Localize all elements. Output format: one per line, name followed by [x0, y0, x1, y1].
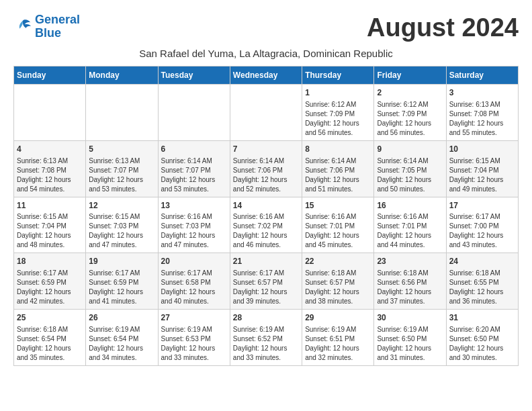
day-info: Sunrise: 6:17 AM Sunset: 6:59 PM Dayligh…	[17, 269, 83, 306]
calendar-cell: 30Sunrise: 6:19 AM Sunset: 6:50 PM Dayli…	[374, 310, 446, 366]
day-info: Sunrise: 6:15 AM Sunset: 7:04 PM Dayligh…	[449, 156, 515, 194]
day-number: 19	[89, 256, 154, 267]
day-number: 24	[449, 256, 515, 267]
day-number: 31	[449, 312, 515, 324]
calendar-cell: 27Sunrise: 6:19 AM Sunset: 6:53 PM Dayli…	[158, 310, 230, 366]
calendar-cell: 22Sunrise: 6:18 AM Sunset: 6:57 PM Dayli…	[302, 253, 374, 310]
day-info: Sunrise: 6:12 AM Sunset: 7:09 PM Dayligh…	[305, 100, 371, 138]
week-row-3: 11Sunrise: 6:15 AM Sunset: 7:04 PM Dayli…	[14, 197, 519, 253]
day-info: Sunrise: 6:14 AM Sunset: 7:07 PM Dayligh…	[161, 156, 227, 194]
calendar-cell: 5Sunrise: 6:13 AM Sunset: 7:07 PM Daylig…	[86, 140, 158, 197]
day-number: 28	[233, 312, 299, 324]
calendar-cell: 25Sunrise: 6:18 AM Sunset: 6:54 PM Dayli…	[14, 310, 86, 366]
day-info: Sunrise: 6:18 AM Sunset: 6:57 PM Dayligh…	[305, 269, 371, 306]
calendar-cell: 31Sunrise: 6:20 AM Sunset: 6:50 PM Dayli…	[446, 310, 518, 366]
day-info: Sunrise: 6:15 AM Sunset: 7:04 PM Dayligh…	[17, 212, 83, 250]
day-number: 11	[17, 200, 83, 212]
day-info: Sunrise: 6:18 AM Sunset: 6:54 PM Dayligh…	[17, 325, 83, 363]
calendar-cell: 7Sunrise: 6:14 AM Sunset: 7:06 PM Daylig…	[230, 140, 302, 197]
calendar-cell: 3Sunrise: 6:13 AM Sunset: 7:08 PM Daylig…	[446, 85, 518, 141]
calendar-cell: 20Sunrise: 6:17 AM Sunset: 6:58 PM Dayli…	[158, 253, 230, 310]
calendar-cell: 24Sunrise: 6:18 AM Sunset: 6:55 PM Dayli…	[446, 253, 518, 310]
day-number: 26	[89, 312, 154, 324]
calendar-cell: 14Sunrise: 6:16 AM Sunset: 7:02 PM Dayli…	[230, 197, 302, 253]
day-number: 21	[233, 256, 299, 267]
day-number: 8	[305, 144, 371, 155]
calendar-cell: 1Sunrise: 6:12 AM Sunset: 7:09 PM Daylig…	[302, 85, 374, 141]
header-row: SundayMondayTuesdayWednesdayThursdayFrid…	[14, 66, 519, 85]
day-number: 25	[17, 312, 83, 324]
calendar-cell: 13Sunrise: 6:16 AM Sunset: 7:03 PM Dayli…	[158, 197, 230, 253]
calendar-cell: 4Sunrise: 6:13 AM Sunset: 7:08 PM Daylig…	[14, 140, 86, 197]
calendar-cell: 8Sunrise: 6:14 AM Sunset: 7:06 PM Daylig…	[302, 140, 374, 197]
day-info: Sunrise: 6:18 AM Sunset: 6:55 PM Dayligh…	[449, 269, 515, 306]
calendar-cell: 28Sunrise: 6:19 AM Sunset: 6:52 PM Dayli…	[230, 310, 302, 366]
calendar-cell: 12Sunrise: 6:15 AM Sunset: 7:03 PM Dayli…	[86, 197, 158, 253]
day-number: 22	[305, 256, 371, 267]
day-number: 18	[17, 256, 83, 267]
day-info: Sunrise: 6:17 AM Sunset: 6:57 PM Dayligh…	[233, 269, 299, 306]
week-row-4: 18Sunrise: 6:17 AM Sunset: 6:59 PM Dayli…	[14, 253, 519, 310]
calendar-cell: 21Sunrise: 6:17 AM Sunset: 6:57 PM Dayli…	[230, 253, 302, 310]
calendar-cell	[14, 85, 86, 141]
header-day-thursday: Thursday	[302, 66, 374, 85]
day-info: Sunrise: 6:17 AM Sunset: 7:00 PM Dayligh…	[449, 212, 515, 250]
day-number: 12	[89, 200, 154, 212]
week-row-1: 1Sunrise: 6:12 AM Sunset: 7:09 PM Daylig…	[14, 85, 519, 141]
day-number: 4	[17, 144, 83, 155]
day-info: Sunrise: 6:13 AM Sunset: 7:08 PM Dayligh…	[449, 100, 515, 138]
week-row-2: 4Sunrise: 6:13 AM Sunset: 7:08 PM Daylig…	[14, 140, 519, 197]
day-number: 1	[305, 87, 371, 99]
day-info: Sunrise: 6:19 AM Sunset: 6:52 PM Dayligh…	[233, 325, 299, 363]
day-info: Sunrise: 6:19 AM Sunset: 6:54 PM Dayligh…	[89, 325, 154, 363]
day-info: Sunrise: 6:16 AM Sunset: 7:01 PM Dayligh…	[305, 212, 371, 250]
day-info: Sunrise: 6:14 AM Sunset: 7:05 PM Dayligh…	[377, 156, 443, 194]
calendar-cell	[86, 85, 158, 141]
calendar-cell: 17Sunrise: 6:17 AM Sunset: 7:00 PM Dayli…	[446, 197, 518, 253]
logo-bird-icon	[13, 17, 32, 36]
day-number: 10	[449, 144, 515, 155]
month-title: August 2024	[367, 13, 519, 42]
day-info: Sunrise: 6:15 AM Sunset: 7:03 PM Dayligh…	[89, 212, 154, 250]
day-number: 17	[449, 200, 515, 212]
day-info: Sunrise: 6:19 AM Sunset: 6:50 PM Dayligh…	[377, 325, 443, 363]
day-number: 16	[377, 200, 443, 212]
day-info: Sunrise: 6:12 AM Sunset: 7:09 PM Dayligh…	[377, 100, 443, 138]
logo: General Blue	[13, 13, 80, 40]
day-info: Sunrise: 6:18 AM Sunset: 6:56 PM Dayligh…	[377, 269, 443, 306]
week-row-5: 25Sunrise: 6:18 AM Sunset: 6:54 PM Dayli…	[14, 310, 519, 366]
calendar-cell: 19Sunrise: 6:17 AM Sunset: 6:59 PM Dayli…	[86, 253, 158, 310]
day-info: Sunrise: 6:19 AM Sunset: 6:53 PM Dayligh…	[161, 325, 227, 363]
day-info: Sunrise: 6:16 AM Sunset: 7:03 PM Dayligh…	[161, 212, 227, 250]
day-number: 15	[305, 200, 371, 212]
header-day-sunday: Sunday	[14, 66, 86, 85]
day-info: Sunrise: 6:19 AM Sunset: 6:51 PM Dayligh…	[305, 325, 371, 363]
day-number: 14	[233, 200, 299, 212]
header-day-friday: Friday	[374, 66, 446, 85]
calendar-cell: 26Sunrise: 6:19 AM Sunset: 6:54 PM Dayli…	[86, 310, 158, 366]
day-number: 29	[305, 312, 371, 324]
calendar-table: SundayMondayTuesdayWednesdayThursdayFrid…	[13, 66, 519, 366]
calendar-cell: 9Sunrise: 6:14 AM Sunset: 7:05 PM Daylig…	[374, 140, 446, 197]
day-number: 2	[377, 87, 443, 99]
calendar-cell: 23Sunrise: 6:18 AM Sunset: 6:56 PM Dayli…	[374, 253, 446, 310]
calendar-cell: 16Sunrise: 6:16 AM Sunset: 7:01 PM Dayli…	[374, 197, 446, 253]
subtitle: San Rafael del Yuma, La Altagracia, Domi…	[13, 48, 519, 59]
day-info: Sunrise: 6:13 AM Sunset: 7:08 PM Dayligh…	[17, 156, 83, 194]
calendar-cell: 10Sunrise: 6:15 AM Sunset: 7:04 PM Dayli…	[446, 140, 518, 197]
calendar-cell: 2Sunrise: 6:12 AM Sunset: 7:09 PM Daylig…	[374, 85, 446, 141]
calendar-cell: 11Sunrise: 6:15 AM Sunset: 7:04 PM Dayli…	[14, 197, 86, 253]
header-day-saturday: Saturday	[446, 66, 518, 85]
calendar-cell: 15Sunrise: 6:16 AM Sunset: 7:01 PM Dayli…	[302, 197, 374, 253]
calendar-cell	[158, 85, 230, 141]
header-day-monday: Monday	[86, 66, 158, 85]
day-info: Sunrise: 6:16 AM Sunset: 7:02 PM Dayligh…	[233, 212, 299, 250]
day-number: 3	[449, 87, 515, 99]
day-number: 5	[89, 144, 154, 155]
day-number: 30	[377, 312, 443, 324]
page-header: General Blue August 2024	[13, 13, 519, 42]
header-day-tuesday: Tuesday	[158, 66, 230, 85]
day-info: Sunrise: 6:14 AM Sunset: 7:06 PM Dayligh…	[233, 156, 299, 194]
day-info: Sunrise: 6:17 AM Sunset: 6:58 PM Dayligh…	[161, 269, 227, 306]
day-info: Sunrise: 6:16 AM Sunset: 7:01 PM Dayligh…	[377, 212, 443, 250]
